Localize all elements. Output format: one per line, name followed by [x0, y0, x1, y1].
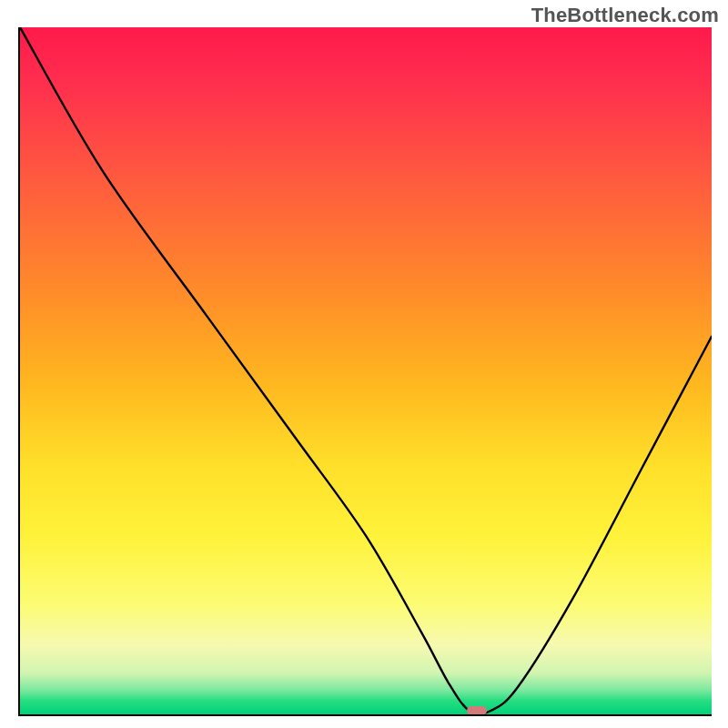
plot-area: [18, 27, 712, 716]
chart-container: TheBottleneck.com: [0, 0, 728, 728]
background-gradient: [20, 27, 712, 714]
optimal-point-marker: [467, 706, 487, 715]
watermark-text: TheBottleneck.com: [531, 4, 719, 27]
